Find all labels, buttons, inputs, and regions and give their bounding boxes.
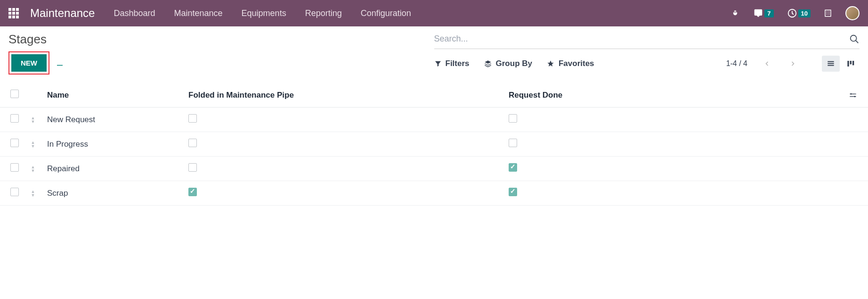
messages-icon[interactable]: 7: [753, 8, 773, 18]
folded-checkbox[interactable]: [188, 139, 197, 147]
nav-reporting[interactable]: Reporting: [305, 8, 342, 18]
new-button[interactable]: NEW: [11, 54, 47, 72]
request-done-checkbox[interactable]: [509, 188, 517, 196]
pager-text[interactable]: 1-4 / 4: [726, 59, 747, 68]
nav-equipments[interactable]: Equipments: [242, 8, 286, 18]
company-icon[interactable]: [824, 8, 832, 18]
row-select-checkbox[interactable]: [10, 139, 19, 147]
stages-table: Name Folded in Maintenance Pipe Request …: [0, 83, 868, 206]
svg-rect-10: [850, 93, 856, 94]
svg-rect-8: [852, 61, 854, 65]
download-icon[interactable]: [55, 59, 65, 67]
kanban-view-button[interactable]: [842, 56, 860, 72]
folded-checkbox[interactable]: [188, 163, 197, 172]
svg-rect-5: [827, 65, 834, 66]
optional-fields-icon[interactable]: [848, 91, 858, 99]
row-select-checkbox[interactable]: [10, 163, 19, 172]
topbar-right: 7 10: [730, 6, 860, 20]
row-select-checkbox[interactable]: [10, 114, 19, 123]
messages-badge: 7: [764, 9, 773, 17]
svg-rect-7: [850, 61, 852, 64]
favorites-button[interactable]: Favorites: [546, 59, 594, 68]
table-row[interactable]: Scrap: [0, 181, 868, 206]
groupby-button[interactable]: Group By: [484, 59, 532, 68]
drag-handle-icon[interactable]: [28, 116, 38, 124]
row-name: New Request: [42, 108, 184, 132]
filters-label: Filters: [446, 59, 470, 68]
svg-rect-12: [850, 96, 856, 97]
nav-configuration[interactable]: Configuration: [361, 8, 411, 18]
nav-links: Dashboard Maintenance Equipments Reporti…: [114, 8, 730, 18]
row-name: Repaired: [42, 157, 184, 181]
row-name: Scrap: [42, 181, 184, 206]
apps-launcher-icon[interactable]: [8, 8, 19, 18]
app-title[interactable]: Maintenance: [30, 7, 95, 20]
topbar: Maintenance Dashboard Maintenance Equipm…: [0, 0, 868, 26]
table-row[interactable]: In Progress: [0, 132, 868, 157]
activities-badge: 10: [798, 9, 811, 17]
request-done-checkbox[interactable]: [509, 139, 517, 147]
user-avatar[interactable]: [845, 6, 860, 20]
drag-handle-icon[interactable]: [28, 141, 38, 148]
drag-handle-icon[interactable]: [28, 190, 38, 197]
drag-handle-icon[interactable]: [28, 165, 38, 173]
folded-checkbox[interactable]: [188, 188, 197, 196]
control-panel: Stages NEW Filters Group By: [0, 26, 868, 75]
svg-rect-6: [847, 61, 849, 66]
search-input[interactable]: [434, 32, 850, 46]
header-done[interactable]: Request Done: [504, 83, 844, 108]
favorites-label: Favorites: [559, 59, 594, 68]
table-row[interactable]: New Request: [0, 108, 868, 132]
search-icon[interactable]: [849, 34, 860, 44]
pager-next-icon[interactable]: [787, 60, 798, 67]
header-folded[interactable]: Folded in Maintenance Pipe: [184, 83, 504, 108]
new-button-highlight: NEW: [8, 51, 49, 75]
request-done-checkbox[interactable]: [509, 163, 517, 172]
row-select-checkbox[interactable]: [10, 188, 19, 196]
svg-rect-3: [827, 61, 834, 62]
table-row[interactable]: Repaired: [0, 157, 868, 181]
svg-point-2: [851, 35, 857, 41]
activities-icon[interactable]: 10: [787, 8, 811, 18]
pager-prev-icon[interactable]: [762, 60, 773, 67]
nav-maintenance[interactable]: Maintenance: [174, 8, 223, 18]
nav-dashboard[interactable]: Dashboard: [114, 8, 155, 18]
svg-rect-1: [825, 10, 831, 17]
header-name[interactable]: Name: [42, 83, 184, 108]
breadcrumb-title: Stages: [8, 32, 434, 47]
row-name: In Progress: [42, 132, 184, 157]
svg-rect-4: [827, 63, 834, 64]
bug-icon[interactable]: [730, 8, 740, 18]
filters-button[interactable]: Filters: [434, 59, 470, 68]
folded-checkbox[interactable]: [188, 114, 197, 123]
select-all-checkbox[interactable]: [10, 90, 19, 98]
groupby-label: Group By: [496, 59, 532, 68]
list-view-button[interactable]: [822, 56, 840, 72]
request-done-checkbox[interactable]: [509, 114, 517, 123]
